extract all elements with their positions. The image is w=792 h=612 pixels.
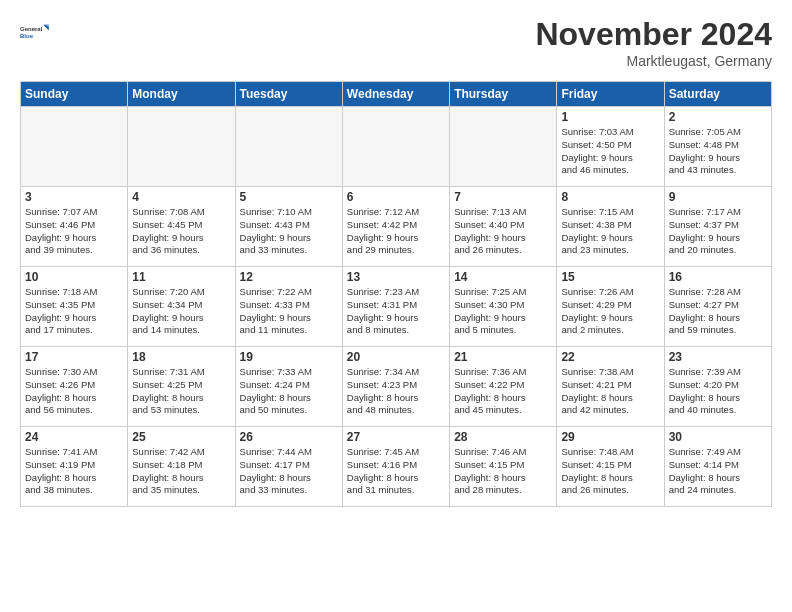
day-info: Sunrise: 7:44 AM Sunset: 4:17 PM Dayligh… xyxy=(240,446,338,497)
day-number: 5 xyxy=(240,190,338,204)
day-number: 22 xyxy=(561,350,659,364)
day-number: 3 xyxy=(25,190,123,204)
logo: GeneralBlue xyxy=(20,16,52,48)
day-cell: 13Sunrise: 7:23 AM Sunset: 4:31 PM Dayli… xyxy=(342,267,449,347)
page: GeneralBlue November 2024 Marktleugast, … xyxy=(0,0,792,517)
col-saturday: Saturday xyxy=(664,82,771,107)
day-cell: 23Sunrise: 7:39 AM Sunset: 4:20 PM Dayli… xyxy=(664,347,771,427)
day-info: Sunrise: 7:41 AM Sunset: 4:19 PM Dayligh… xyxy=(25,446,123,497)
day-number: 1 xyxy=(561,110,659,124)
col-wednesday: Wednesday xyxy=(342,82,449,107)
day-number: 27 xyxy=(347,430,445,444)
day-number: 4 xyxy=(132,190,230,204)
title-area: November 2024 Marktleugast, Germany xyxy=(535,16,772,69)
day-info: Sunrise: 7:45 AM Sunset: 4:16 PM Dayligh… xyxy=(347,446,445,497)
day-cell xyxy=(128,107,235,187)
day-cell: 26Sunrise: 7:44 AM Sunset: 4:17 PM Dayli… xyxy=(235,427,342,507)
day-info: Sunrise: 7:07 AM Sunset: 4:46 PM Dayligh… xyxy=(25,206,123,257)
week-row-2: 3Sunrise: 7:07 AM Sunset: 4:46 PM Daylig… xyxy=(21,187,772,267)
day-cell: 4Sunrise: 7:08 AM Sunset: 4:45 PM Daylig… xyxy=(128,187,235,267)
day-number: 15 xyxy=(561,270,659,284)
svg-text:Blue: Blue xyxy=(20,33,34,39)
day-number: 20 xyxy=(347,350,445,364)
col-thursday: Thursday xyxy=(450,82,557,107)
day-cell: 2Sunrise: 7:05 AM Sunset: 4:48 PM Daylig… xyxy=(664,107,771,187)
day-number: 13 xyxy=(347,270,445,284)
col-friday: Friday xyxy=(557,82,664,107)
day-number: 23 xyxy=(669,350,767,364)
day-number: 26 xyxy=(240,430,338,444)
day-cell: 3Sunrise: 7:07 AM Sunset: 4:46 PM Daylig… xyxy=(21,187,128,267)
calendar: Sunday Monday Tuesday Wednesday Thursday… xyxy=(20,81,772,507)
day-info: Sunrise: 7:28 AM Sunset: 4:27 PM Dayligh… xyxy=(669,286,767,337)
day-cell: 20Sunrise: 7:34 AM Sunset: 4:23 PM Dayli… xyxy=(342,347,449,427)
day-info: Sunrise: 7:22 AM Sunset: 4:33 PM Dayligh… xyxy=(240,286,338,337)
day-number: 29 xyxy=(561,430,659,444)
week-row-3: 10Sunrise: 7:18 AM Sunset: 4:35 PM Dayli… xyxy=(21,267,772,347)
day-cell: 9Sunrise: 7:17 AM Sunset: 4:37 PM Daylig… xyxy=(664,187,771,267)
day-number: 14 xyxy=(454,270,552,284)
day-cell: 16Sunrise: 7:28 AM Sunset: 4:27 PM Dayli… xyxy=(664,267,771,347)
day-info: Sunrise: 7:30 AM Sunset: 4:26 PM Dayligh… xyxy=(25,366,123,417)
day-info: Sunrise: 7:39 AM Sunset: 4:20 PM Dayligh… xyxy=(669,366,767,417)
day-number: 11 xyxy=(132,270,230,284)
header-row: Sunday Monday Tuesday Wednesday Thursday… xyxy=(21,82,772,107)
day-cell xyxy=(235,107,342,187)
day-info: Sunrise: 7:15 AM Sunset: 4:38 PM Dayligh… xyxy=(561,206,659,257)
day-cell: 25Sunrise: 7:42 AM Sunset: 4:18 PM Dayli… xyxy=(128,427,235,507)
day-info: Sunrise: 7:26 AM Sunset: 4:29 PM Dayligh… xyxy=(561,286,659,337)
day-info: Sunrise: 7:48 AM Sunset: 4:15 PM Dayligh… xyxy=(561,446,659,497)
day-info: Sunrise: 7:03 AM Sunset: 4:50 PM Dayligh… xyxy=(561,126,659,177)
day-cell: 27Sunrise: 7:45 AM Sunset: 4:16 PM Dayli… xyxy=(342,427,449,507)
day-info: Sunrise: 7:20 AM Sunset: 4:34 PM Dayligh… xyxy=(132,286,230,337)
day-cell: 6Sunrise: 7:12 AM Sunset: 4:42 PM Daylig… xyxy=(342,187,449,267)
day-cell: 1Sunrise: 7:03 AM Sunset: 4:50 PM Daylig… xyxy=(557,107,664,187)
day-info: Sunrise: 7:38 AM Sunset: 4:21 PM Dayligh… xyxy=(561,366,659,417)
day-cell: 5Sunrise: 7:10 AM Sunset: 4:43 PM Daylig… xyxy=(235,187,342,267)
day-info: Sunrise: 7:13 AM Sunset: 4:40 PM Dayligh… xyxy=(454,206,552,257)
day-number: 19 xyxy=(240,350,338,364)
day-info: Sunrise: 7:10 AM Sunset: 4:43 PM Dayligh… xyxy=(240,206,338,257)
day-cell: 12Sunrise: 7:22 AM Sunset: 4:33 PM Dayli… xyxy=(235,267,342,347)
day-cell: 22Sunrise: 7:38 AM Sunset: 4:21 PM Dayli… xyxy=(557,347,664,427)
day-cell: 14Sunrise: 7:25 AM Sunset: 4:30 PM Dayli… xyxy=(450,267,557,347)
day-info: Sunrise: 7:33 AM Sunset: 4:24 PM Dayligh… xyxy=(240,366,338,417)
day-cell: 10Sunrise: 7:18 AM Sunset: 4:35 PM Dayli… xyxy=(21,267,128,347)
day-number: 21 xyxy=(454,350,552,364)
day-cell xyxy=(21,107,128,187)
day-cell: 29Sunrise: 7:48 AM Sunset: 4:15 PM Dayli… xyxy=(557,427,664,507)
day-info: Sunrise: 7:08 AM Sunset: 4:45 PM Dayligh… xyxy=(132,206,230,257)
day-number: 28 xyxy=(454,430,552,444)
logo-icon: GeneralBlue xyxy=(20,16,52,48)
day-number: 24 xyxy=(25,430,123,444)
day-cell: 7Sunrise: 7:13 AM Sunset: 4:40 PM Daylig… xyxy=(450,187,557,267)
day-cell: 28Sunrise: 7:46 AM Sunset: 4:15 PM Dayli… xyxy=(450,427,557,507)
day-info: Sunrise: 7:23 AM Sunset: 4:31 PM Dayligh… xyxy=(347,286,445,337)
week-row-1: 1Sunrise: 7:03 AM Sunset: 4:50 PM Daylig… xyxy=(21,107,772,187)
svg-text:General: General xyxy=(20,26,43,32)
col-tuesday: Tuesday xyxy=(235,82,342,107)
month-title: November 2024 xyxy=(535,16,772,53)
day-cell: 19Sunrise: 7:33 AM Sunset: 4:24 PM Dayli… xyxy=(235,347,342,427)
day-number: 30 xyxy=(669,430,767,444)
day-number: 25 xyxy=(132,430,230,444)
day-info: Sunrise: 7:05 AM Sunset: 4:48 PM Dayligh… xyxy=(669,126,767,177)
day-info: Sunrise: 7:25 AM Sunset: 4:30 PM Dayligh… xyxy=(454,286,552,337)
day-cell: 17Sunrise: 7:30 AM Sunset: 4:26 PM Dayli… xyxy=(21,347,128,427)
day-cell: 8Sunrise: 7:15 AM Sunset: 4:38 PM Daylig… xyxy=(557,187,664,267)
day-cell: 11Sunrise: 7:20 AM Sunset: 4:34 PM Dayli… xyxy=(128,267,235,347)
day-number: 2 xyxy=(669,110,767,124)
day-cell: 30Sunrise: 7:49 AM Sunset: 4:14 PM Dayli… xyxy=(664,427,771,507)
day-number: 8 xyxy=(561,190,659,204)
day-info: Sunrise: 7:17 AM Sunset: 4:37 PM Dayligh… xyxy=(669,206,767,257)
day-info: Sunrise: 7:36 AM Sunset: 4:22 PM Dayligh… xyxy=(454,366,552,417)
day-cell: 15Sunrise: 7:26 AM Sunset: 4:29 PM Dayli… xyxy=(557,267,664,347)
day-cell xyxy=(342,107,449,187)
day-number: 16 xyxy=(669,270,767,284)
day-cell xyxy=(450,107,557,187)
location: Marktleugast, Germany xyxy=(535,53,772,69)
day-info: Sunrise: 7:46 AM Sunset: 4:15 PM Dayligh… xyxy=(454,446,552,497)
day-info: Sunrise: 7:31 AM Sunset: 4:25 PM Dayligh… xyxy=(132,366,230,417)
col-monday: Monday xyxy=(128,82,235,107)
col-sunday: Sunday xyxy=(21,82,128,107)
